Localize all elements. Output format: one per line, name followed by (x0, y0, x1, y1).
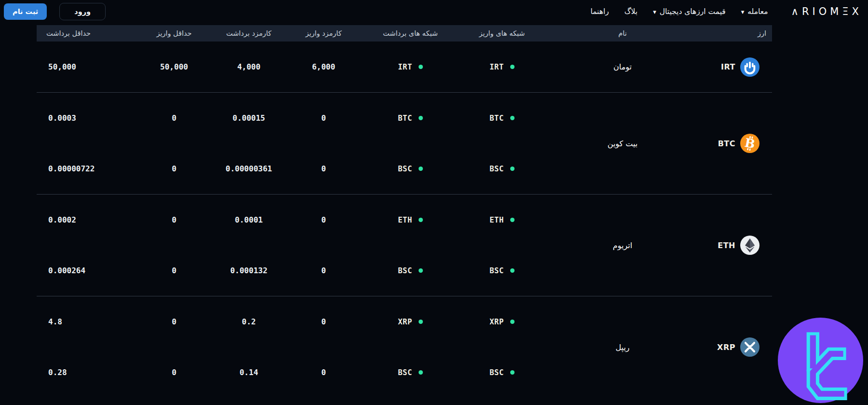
top-navbar: ثبت نام ورود راهنما بلاگ ▼ قیمت ارزهای د… (0, 0, 868, 23)
chevron-down-icon: ▼ (653, 10, 656, 14)
status-dot (510, 320, 515, 324)
deposit-network-cell: IRT (454, 63, 550, 71)
currency-code: XRP (717, 343, 735, 352)
deposit-fee-value: 6,000 (280, 62, 367, 71)
network-code: BSC (398, 266, 412, 275)
deposit-network-cell: BTC (454, 114, 550, 123)
status-dot (419, 218, 423, 222)
deposit-fee-value: 0 (280, 266, 367, 275)
bitcoin-icon: B (740, 134, 760, 153)
status-dot (510, 218, 515, 222)
network-code: IRT (398, 63, 412, 71)
min-withdraw-value: 0.28 (37, 368, 131, 377)
currency-code: BTC (718, 139, 735, 148)
network-code: XRP (489, 318, 504, 326)
deposit-network-cell: BSC (454, 165, 550, 173)
currency-cell: ETH (695, 195, 772, 296)
status-dot (510, 65, 515, 69)
status-dot (419, 370, 423, 375)
currency-row-btc[interactable]: BTC B بیت کوینBTCBTC00.0001500.0003BSCBS… (37, 92, 772, 194)
min-deposit-value: 0 (131, 317, 217, 326)
network-code: ETH (489, 216, 504, 224)
col-header-deposit-networks: شبکه های واریز (454, 29, 550, 37)
network-code: ETH (398, 216, 412, 224)
network-code: BSC (398, 165, 412, 173)
network-code: BSC (489, 165, 504, 173)
withdraw-network-cell: BSC (367, 368, 454, 377)
withdraw-fee-value: 0.00000361 (217, 164, 280, 173)
deposit-fee-value: 0 (280, 113, 367, 123)
status-dot (510, 370, 515, 375)
nav-item-blog[interactable]: بلاگ (624, 7, 637, 16)
network-code: BTC (398, 114, 412, 123)
currency-row-eth[interactable]: ETH اتریومETHETH00.000100.0002BSCBSC00.0… (37, 194, 772, 296)
network-code: BSC (398, 368, 412, 377)
min-deposit-value: 0 (131, 113, 217, 123)
min-withdraw-value: 4.8 (37, 317, 131, 326)
withdraw-fee-value: 0.00015 (217, 113, 280, 123)
toman-icon (740, 57, 760, 77)
chevron-down-icon: ▼ (741, 10, 745, 14)
currency-row-xrp[interactable]: XRP ریپلXRPXRP00.204.8BSCBSC00.1400.28 (37, 296, 772, 398)
currency-name: ریپل (550, 343, 695, 352)
status-dot (510, 167, 515, 171)
deposit-network-cell: BSC (454, 266, 550, 275)
nav-item-guide[interactable]: راهنما (590, 7, 609, 16)
min-deposit-value: 0 (131, 266, 217, 275)
table-body: IRT تومانIRTIRT6,0004,00050,00050,000BTC… (37, 42, 772, 398)
col-header-min-deposit: حداقل واریز (131, 29, 217, 37)
deposit-fee-value: 0 (280, 215, 367, 224)
min-deposit-value: 0 (131, 164, 217, 173)
currency-cell: BTC B (695, 93, 772, 194)
col-header-currency: ارز (695, 29, 772, 37)
support-logo-icon[interactable] (778, 318, 863, 403)
min-withdraw-value: 0.000264 (37, 266, 131, 275)
auth-buttons: ثبت نام ورود (4, 3, 106, 20)
status-dot (419, 65, 423, 69)
status-dot (419, 116, 423, 120)
currency-name: بیت کوین (550, 139, 695, 148)
deposit-fee-value: 0 (280, 317, 367, 326)
min-deposit-value: 50,000 (131, 62, 217, 71)
min-withdraw-value: 50,000 (37, 62, 131, 71)
col-header-min-withdraw: حداقل برداشت (37, 29, 131, 37)
min-withdraw-value: 0.0002 (37, 215, 131, 224)
col-header-deposit-fee: کارمزد واریز (280, 29, 367, 37)
login-button[interactable]: ورود (59, 3, 106, 20)
deposit-network-cell: BSC (454, 368, 550, 377)
col-header-withdraw-networks: شبکه های برداشت (367, 29, 454, 37)
status-dot (510, 116, 515, 120)
nav-item-crypto-prices[interactable]: ▼ قیمت ارزهای دیجیتال (653, 7, 726, 16)
nav-item-label: قیمت ارزهای دیجیتال (660, 7, 726, 16)
withdraw-network-cell: ETH (367, 216, 454, 224)
nav-item-label: معامله (747, 7, 768, 16)
network-code: IRT (489, 63, 504, 71)
signup-button[interactable]: ثبت نام (4, 3, 47, 20)
col-header-withdraw-fee: کارمزد برداشت (217, 29, 280, 37)
currency-row-irt[interactable]: IRT تومانIRTIRT6,0004,00050,00050,000 (37, 42, 772, 92)
status-dot (419, 320, 423, 324)
currency-cell: XRP (695, 296, 772, 398)
withdraw-fee-value: 0.000132 (217, 266, 280, 275)
main-menu: راهنما بلاگ ▼ قیمت ارزهای دیجیتال ▼ معام… (590, 6, 862, 17)
network-code: XRP (398, 318, 412, 326)
status-dot (419, 167, 423, 171)
ariomex-logo[interactable]: ∧RIOMΞX (791, 6, 862, 17)
nav-item-trade[interactable]: ▼ معامله (741, 7, 768, 16)
deposit-network-cell: ETH (454, 216, 550, 224)
withdraw-network-cell: IRT (367, 63, 454, 71)
ethereum-icon (740, 236, 760, 255)
network-code: BTC (489, 114, 504, 123)
min-deposit-value: 0 (131, 368, 217, 377)
withdraw-network-cell: BSC (367, 165, 454, 173)
col-header-name: نام (550, 29, 695, 37)
deposit-fee-value: 0 (280, 164, 367, 173)
deposit-network-cell: XRP (454, 318, 550, 326)
currencies-table: ارز نام شبکه های واریز شبکه های برداشت ک… (37, 25, 772, 398)
withdraw-network-cell: BTC (367, 114, 454, 123)
table-header-row: ارز نام شبکه های واریز شبکه های برداشت ک… (37, 25, 772, 42)
min-deposit-value: 0 (131, 215, 217, 224)
currency-name: تومان (550, 62, 695, 71)
network-code: BSC (489, 266, 504, 275)
network-code: BSC (489, 368, 504, 377)
